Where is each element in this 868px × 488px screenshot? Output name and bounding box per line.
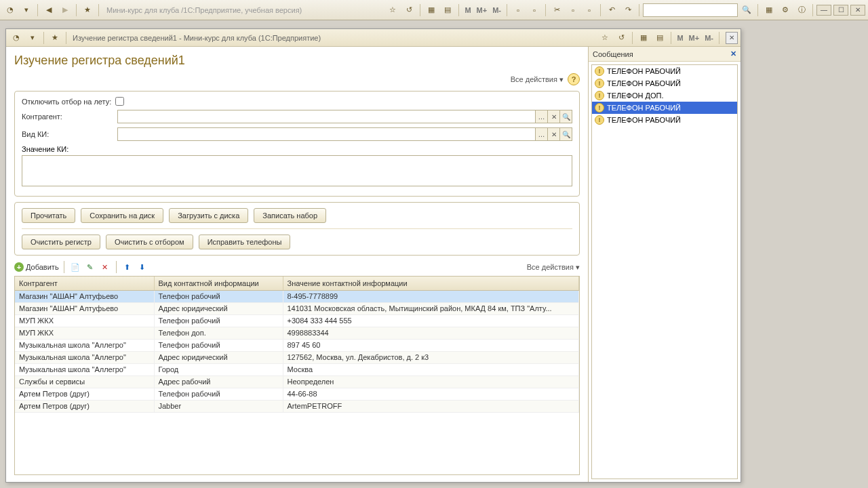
app-logo-icon[interactable]: ◔ xyxy=(9,30,24,45)
dropdown-icon[interactable]: ▾ xyxy=(19,3,34,18)
dropdown-icon[interactable]: ▾ xyxy=(25,30,40,45)
edit-icon[interactable]: ✎ xyxy=(84,261,96,273)
history-icon[interactable]: ↺ xyxy=(401,3,416,18)
message-item[interactable]: !ТЕЛЕФОН РАБОЧИЙ xyxy=(592,102,737,114)
column-header[interactable]: Вид контактной информации xyxy=(154,277,283,290)
clear-button[interactable]: ✕ xyxy=(548,110,560,123)
add-button[interactable]: + Добавить xyxy=(14,262,59,272)
open-icon[interactable]: ▫ xyxy=(527,3,542,18)
select-button[interactable]: … xyxy=(536,127,548,141)
message-text: ТЕЛЕФОН РАБОЧИЙ xyxy=(607,67,681,75)
minimize-button[interactable]: — xyxy=(816,5,831,16)
window-close-button[interactable]: ✕ xyxy=(726,32,738,44)
select-button[interactable]: … xyxy=(536,110,548,123)
open-button[interactable]: 🔍 xyxy=(560,127,572,141)
back-icon[interactable]: ◀ xyxy=(41,3,56,18)
favorite-icon[interactable]: ☆ xyxy=(385,3,400,18)
kontragent-input[interactable] xyxy=(117,110,536,123)
calc-icon[interactable]: ▦ xyxy=(424,3,439,18)
message-item[interactable]: !ТЕЛЕФОН РАБОЧИЙ xyxy=(592,65,737,77)
warning-icon: ! xyxy=(595,79,604,88)
m-button[interactable]: M xyxy=(462,6,473,14)
m-minus-button[interactable]: M- xyxy=(703,34,715,42)
message-item[interactable]: !ТЕЛЕФОН РАБОЧИЙ xyxy=(592,114,737,126)
move-down-icon[interactable]: ⬇ xyxy=(136,261,149,273)
delete-icon[interactable]: ✕ xyxy=(99,261,111,273)
save-disk-button[interactable]: Сохранить на диск xyxy=(81,208,163,223)
m-button[interactable]: M xyxy=(675,34,685,42)
windows-icon[interactable]: ▦ xyxy=(762,3,776,18)
m-plus-button[interactable]: M+ xyxy=(687,34,702,42)
disable-filter-checkbox[interactable] xyxy=(115,97,124,106)
main-pane: Изучение регистра сведений1 Все действия… xyxy=(6,47,588,482)
redo-icon[interactable]: ↷ xyxy=(620,3,635,18)
info-icon[interactable]: ⓘ xyxy=(794,3,809,18)
table-row[interactable]: Музыкальная школа "Аллегро"Адрес юридиче… xyxy=(15,351,579,363)
favorite-icon[interactable]: ☆ xyxy=(597,30,612,45)
move-up-icon[interactable]: ⬆ xyxy=(121,261,134,273)
close-button[interactable]: ✕ xyxy=(850,5,865,16)
forward-icon[interactable]: ▶ xyxy=(58,3,73,18)
write-set-button[interactable]: Записать набор xyxy=(254,208,326,223)
column-header[interactable]: Значение контактной информации xyxy=(283,277,579,290)
messages-list: !ТЕЛЕФОН РАБОЧИЙ!ТЕЛЕФОН РАБОЧИЙ!ТЕЛЕФОН… xyxy=(591,64,738,479)
load-disk-button[interactable]: Загрузить с диска xyxy=(169,208,248,223)
help-button[interactable]: ? xyxy=(568,73,580,85)
m-minus-button[interactable]: M- xyxy=(490,6,503,14)
grid-all-actions-menu[interactable]: Все действия ▾ xyxy=(527,263,580,272)
messages-pane: Сообщения ✕ !ТЕЛЕФОН РАБОЧИЙ!ТЕЛЕФОН РАБ… xyxy=(588,47,741,482)
calendar-icon[interactable]: ▤ xyxy=(652,30,667,45)
table-row[interactable]: Артем Петров (друг)Телефон рабочий44-66-… xyxy=(15,388,579,400)
table-row[interactable]: Службы и сервисыАдрес рабочийНеопределен xyxy=(15,375,579,388)
table-row[interactable]: Магазин "АШАН" АлтуфьевоАдрес юридически… xyxy=(15,302,579,314)
data-grid[interactable]: КонтрагентВид контактной информацииЗначе… xyxy=(14,276,580,475)
kontragent-label: Контрагент: xyxy=(22,113,113,121)
message-item[interactable]: !ТЕЛЕФОН РАБОЧИЙ xyxy=(592,77,737,89)
plus-icon: + xyxy=(14,262,24,272)
all-actions-menu[interactable]: Все действия ▾ xyxy=(511,75,564,84)
value-ki-input[interactable] xyxy=(22,155,572,186)
table-row[interactable]: Музыкальная школа "Аллегро"ГородМосква xyxy=(15,363,579,375)
open-button[interactable]: 🔍 xyxy=(560,110,572,123)
settings-icon[interactable]: ⚙ xyxy=(778,3,793,18)
column-header[interactable]: Контрагент xyxy=(15,277,154,290)
calc-icon[interactable]: ▦ xyxy=(636,30,651,45)
window-controls: — ☐ ✕ xyxy=(816,5,865,16)
star-icon[interactable]: ★ xyxy=(47,30,62,45)
cut-icon[interactable]: ✂ xyxy=(549,3,564,18)
copy-icon[interactable]: ▫ xyxy=(566,3,580,18)
table-row[interactable]: Магазин "АШАН" АлтуфьевоТелефон рабочий8… xyxy=(15,290,579,302)
warning-icon: ! xyxy=(595,115,604,125)
search-input[interactable] xyxy=(643,3,738,17)
message-text: ТЕЛЕФОН РАБОЧИЙ xyxy=(607,116,681,124)
m-plus-button[interactable]: M+ xyxy=(475,6,490,14)
copy-row-icon[interactable]: 📄 xyxy=(69,261,81,273)
new-icon[interactable]: ▫ xyxy=(511,3,526,18)
app-toolbar: ◔ ▾ ◀ ▶ ★ Мини-курс для клуба /1С:Предпр… xyxy=(0,0,868,20)
messages-close-icon[interactable]: ✕ xyxy=(730,49,736,58)
message-text: ТЕЛЕФОН РАБОЧИЙ xyxy=(607,79,681,87)
history-icon[interactable]: ↺ xyxy=(614,30,629,45)
clear-with-filter-button[interactable]: Очистить с отбором xyxy=(106,235,193,249)
page-title: Изучение регистра сведений1 xyxy=(14,54,580,68)
table-row[interactable]: МУП ЖКХТелефон доп.4998883344 xyxy=(15,327,579,339)
vid-ki-input[interactable] xyxy=(117,127,536,141)
table-row[interactable]: МУП ЖКХТелефон рабочий+3084 333 444 555 xyxy=(15,314,579,327)
window-title: Изучение регистра сведений1 - Мини-курс … xyxy=(73,34,321,42)
read-button[interactable]: Прочитать xyxy=(22,208,75,223)
message-text: ТЕЛЕФОН ДОП. xyxy=(607,92,664,100)
app-logo-icon[interactable]: ◔ xyxy=(3,3,18,18)
table-row[interactable]: Артем Петров (друг)JabberArtemPETROFF xyxy=(15,400,579,412)
fix-phones-button[interactable]: Исправить телефоны xyxy=(199,235,291,249)
calendar-icon[interactable]: ▤ xyxy=(440,3,455,18)
grid-toolbar: + Добавить 📄 ✎ ✕ ⬆ ⬇ Все действия ▾ xyxy=(14,261,580,273)
undo-icon[interactable]: ↶ xyxy=(604,3,619,18)
search-icon[interactable]: 🔍 xyxy=(739,3,754,18)
message-item[interactable]: !ТЕЛЕФОН ДОП. xyxy=(592,89,737,102)
clear-button[interactable]: ✕ xyxy=(548,127,560,141)
clear-register-button[interactable]: Очистить регистр xyxy=(22,235,100,249)
paste-icon[interactable]: ▫ xyxy=(582,3,597,18)
maximize-button[interactable]: ☐ xyxy=(833,5,848,16)
table-row[interactable]: Музыкальная школа "Аллегро"Телефон рабоч… xyxy=(15,339,579,351)
star-icon[interactable]: ★ xyxy=(80,3,95,18)
